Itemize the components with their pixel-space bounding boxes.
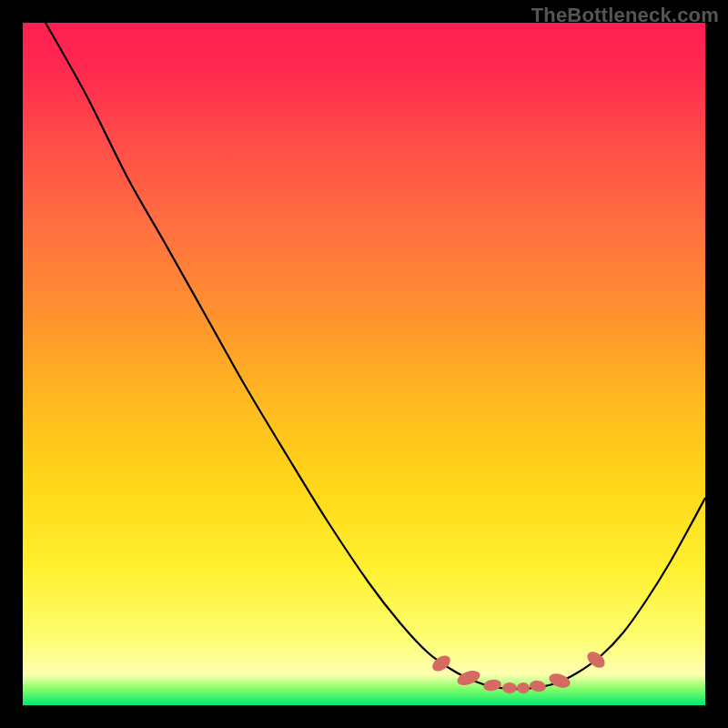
gradient-background: [23, 23, 705, 705]
data-marker: [502, 682, 517, 693]
chart-plot: [23, 23, 705, 705]
chart-container: TheBottleneck.com: [0, 0, 728, 728]
